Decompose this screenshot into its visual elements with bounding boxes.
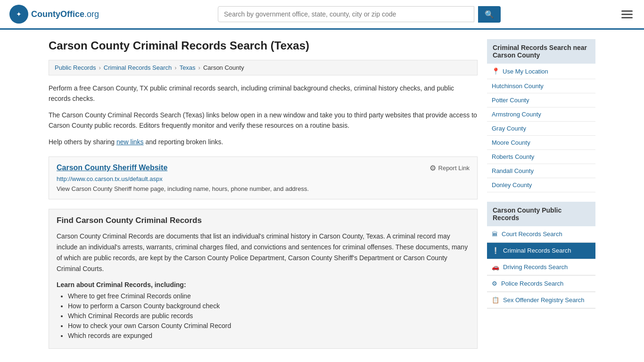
breadcrumb: Public Records › Criminal Records Search… [49,60,478,75]
criminal-records-icon: ❕ [492,247,499,254]
learn-item: Which records are expunged [68,332,470,339]
sex-offender-icon: 📋 [492,296,499,304]
breadcrumb-current: Carson County [203,64,244,71]
menu-button[interactable] [619,8,635,20]
learn-title: Learn about Criminal Records, including: [57,281,470,288]
menu-bar-3 [621,17,633,18]
description-2: The Carson County Criminal Records Searc… [49,110,478,131]
sidebar: Criminal Records Search near Carson Coun… [487,39,595,349]
search-area: 🔍 [218,6,501,23]
county-gray[interactable]: Gray County [487,122,595,136]
county-moore[interactable]: Moore County [487,136,595,150]
find-body: Carson County Criminal Records are docum… [57,231,470,274]
search-button[interactable]: 🔍 [478,6,501,23]
sidebar-court-records[interactable]: 🏛 Court Records Search [487,226,595,243]
nearby-section: Criminal Records Search near Carson Coun… [487,39,595,192]
county-armstrong[interactable]: Armstrong County [487,107,595,122]
learn-list: Where to get free Criminal Records onlin… [57,292,470,339]
svg-text:✦: ✦ [16,10,22,18]
breadcrumb-sep-3: › [198,64,200,71]
description-1: Perform a free Carson County, TX public … [49,83,478,104]
report-icon: ⚙ [429,164,436,173]
description-3: Help others by sharing new links and rep… [49,137,478,147]
logo-area: ✦ CountyOffice.org [9,5,99,24]
sidebar-police-records[interactable]: ⚙ Police Records Search [487,276,595,292]
breadcrumb-sep-1: › [99,64,100,71]
breadcrumb-criminal-records[interactable]: Criminal Records Search [104,64,172,71]
breadcrumb-texas[interactable]: Texas [180,64,196,71]
new-links-link[interactable]: new links [116,138,144,146]
county-donley[interactable]: Donley County [487,178,595,192]
public-records-section: Carson County Public Records 🏛 Court Rec… [487,202,595,309]
learn-item: How to perform a Carson County backgroun… [68,302,470,310]
resource-title[interactable]: Carson County Sheriff Website [57,164,167,172]
learn-item: Where to get free Criminal Records onlin… [68,292,470,300]
resource-card: Carson County Sheriff Website ⚙ Report L… [49,156,478,199]
content: Carson County Criminal Records Search (T… [49,39,478,349]
resource-description: View Carson County Sheriff home page, in… [57,185,470,192]
county-potter[interactable]: Potter County [487,93,595,107]
court-records-icon: 🏛 [492,230,498,238]
menu-bar-2 [621,14,633,15]
report-link-button[interactable]: ⚙ Report Link [429,164,470,173]
page-title: Carson County Criminal Records Search (T… [49,39,478,52]
location-icon: 📍 [492,67,500,75]
search-input[interactable] [218,6,474,22]
breadcrumb-public-records[interactable]: Public Records [55,64,96,71]
sidebar-driving-records[interactable]: 🚗 Driving Records Search [487,259,595,276]
public-records-header: Carson County Public Records [487,202,595,226]
county-randall[interactable]: Randall County [487,164,595,178]
use-my-location[interactable]: 📍 Use My Location [487,64,595,79]
find-title: Find Carson County Criminal Records [57,216,470,225]
logo-icon: ✦ [9,5,28,24]
county-roberts[interactable]: Roberts County [487,150,595,164]
nearby-header: Criminal Records Search near Carson Coun… [487,39,595,64]
county-hutchinson[interactable]: Hutchinson County [487,79,595,93]
header: ✦ CountyOffice.org 🔍 [0,0,644,30]
learn-item: Which Criminal Records are public record… [68,312,470,320]
main-container: Carson County Criminal Records Search (T… [39,30,605,358]
breadcrumb-sep-2: › [174,64,176,71]
sidebar-criminal-records[interactable]: ❕ Criminal Records Search [487,243,595,259]
menu-bar-1 [621,10,633,12]
resource-card-header: Carson County Sheriff Website ⚙ Report L… [57,164,470,173]
police-records-icon: ⚙ [492,280,497,287]
public-records-links: 🏛 Court Records Search ❕ Criminal Record… [487,226,595,309]
resource-url[interactable]: http://www.co.carson.tx.us/default.aspx [57,175,470,182]
logo-text: CountyOffice.org [31,9,99,19]
learn-item: How to check your own Carson County Crim… [68,322,470,329]
driving-records-icon: 🚗 [492,263,499,271]
find-section: Find Carson County Criminal Records Cars… [49,209,478,349]
sidebar-sex-offender[interactable]: 📋 Sex Offender Registry Search [487,292,595,309]
